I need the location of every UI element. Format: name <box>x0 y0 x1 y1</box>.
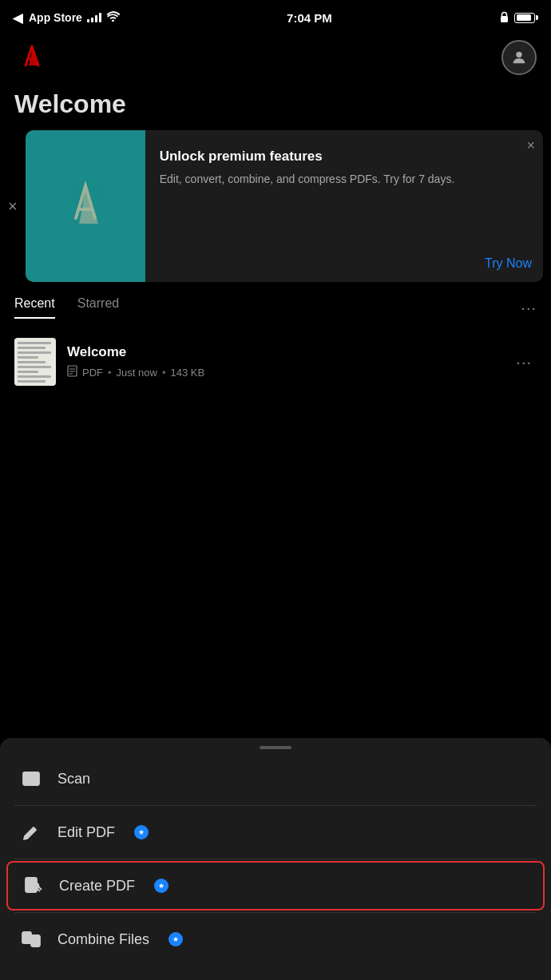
create-pdf-icon <box>21 874 45 898</box>
carrier-label: App Store <box>29 11 82 24</box>
drawer-handle <box>0 738 551 754</box>
tab-starred[interactable]: Starred <box>77 296 119 319</box>
file-list: Welcome PDF • Just now • 143 KB ··· <box>0 319 551 405</box>
file-meta: PDF • Just now • 143 KB <box>67 365 500 379</box>
tabs-section: Recent Starred ··· <box>0 282 551 319</box>
profile-button[interactable] <box>501 40 537 75</box>
battery-icon <box>514 13 538 23</box>
bottom-drawer: Scan Edit PDF Create <box>0 738 551 980</box>
svg-rect-0 <box>501 16 508 22</box>
divider-1 <box>14 805 537 806</box>
combine-files-premium-badge <box>168 932 183 946</box>
create-pdf-premium-badge <box>154 879 168 893</box>
file-type-icon <box>67 365 77 379</box>
status-bar: ◀ App Store 7:04 PM <box>0 0 551 32</box>
edit-pdf-premium-badge <box>134 825 149 839</box>
wifi-icon <box>106 11 120 24</box>
promo-close-button[interactable]: × <box>526 138 535 153</box>
drawer-item-scan[interactable]: Scan <box>0 754 551 803</box>
promo-banner: × × Unlock premium features Edit, conver… <box>0 130 551 282</box>
edit-pdf-label: Edit PDF <box>57 824 115 841</box>
file-timestamp: Just now <box>117 367 157 379</box>
promo-left-close-button[interactable]: × <box>0 130 26 282</box>
tab-recent[interactable]: Recent <box>14 296 55 319</box>
svg-point-8 <box>30 778 33 780</box>
scan-icon <box>19 767 43 791</box>
status-time: 7:04 PM <box>287 11 332 25</box>
drawer-handle-bar <box>260 746 291 749</box>
promo-content: × Unlock premium features Edit, convert,… <box>145 130 543 282</box>
adobe-logo <box>14 38 50 77</box>
table-row[interactable]: Welcome PDF • Just now • 143 KB ··· <box>0 328 551 395</box>
svg-point-1 <box>516 52 521 58</box>
divider-3 <box>14 912 537 913</box>
user-icon <box>510 49 528 66</box>
drawer-item-combine-files[interactable]: Combine Files <box>0 915 551 964</box>
file-info: Welcome PDF • Just now • 143 KB <box>67 344 500 379</box>
file-type-label: PDF <box>82 367 103 379</box>
promo-card: × Unlock premium features Edit, convert,… <box>26 130 543 282</box>
status-right <box>499 11 538 25</box>
separator-dot-2: • <box>162 367 166 379</box>
tabs: Recent Starred <box>14 296 119 319</box>
divider-2 <box>14 859 537 859</box>
promo-cta-button[interactable]: Try Now <box>160 256 532 271</box>
combine-files-label: Combine Files <box>57 931 149 948</box>
file-name: Welcome <box>67 344 500 360</box>
edit-pdf-icon <box>19 820 43 844</box>
file-thumbnail <box>14 338 56 386</box>
promo-description: Edit, convert, combine, and compress PDF… <box>160 172 532 188</box>
page-title: Welcome <box>0 85 551 130</box>
promo-title: Unlock premium features <box>160 148 532 165</box>
separator-dot: • <box>108 367 112 379</box>
signal-bars-icon <box>87 13 101 22</box>
promo-image <box>26 130 145 282</box>
drawer-item-create-pdf[interactable]: Create PDF <box>6 861 545 911</box>
status-left: ◀ App Store <box>13 10 120 26</box>
scan-label: Scan <box>57 771 90 788</box>
drawer-item-edit-pdf[interactable]: Edit PDF <box>0 807 551 857</box>
tabs-more-button[interactable]: ··· <box>521 299 537 317</box>
combine-files-icon <box>19 927 43 951</box>
back-arrow-icon: ◀ <box>13 10 22 26</box>
file-size: 143 KB <box>170 367 204 379</box>
app-header <box>0 32 551 85</box>
file-more-button[interactable]: ··· <box>511 348 537 376</box>
lock-icon <box>499 11 509 25</box>
create-pdf-label: Create PDF <box>59 878 135 895</box>
